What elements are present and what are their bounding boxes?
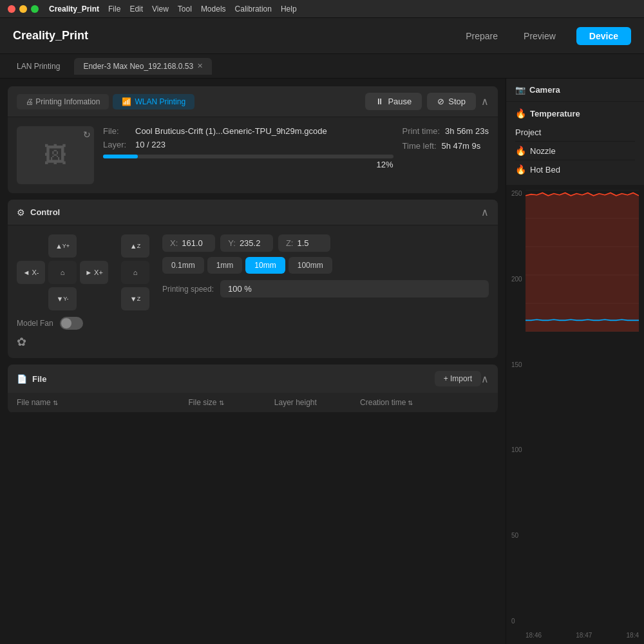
minimize-button[interactable] <box>19 5 27 13</box>
menu-help[interactable]: Help <box>281 5 297 14</box>
camera-section: 📷 Camera <box>506 79 644 102</box>
collapse-control-button[interactable]: ∧ <box>481 206 489 218</box>
import-button[interactable]: + Import <box>435 371 481 386</box>
app-header: Creality_Print Prepare Preview Device <box>0 18 644 54</box>
control-body: ▲Y+ ◄ X- ⌂ ► X+ ▼Y- ▲Z ⌂ ▼Z <box>8 225 498 358</box>
y-coord-value: 235.2 <box>240 238 265 248</box>
chart-y-labels: 250 200 150 100 50 0 <box>511 190 522 625</box>
y-label-250: 250 <box>511 190 522 197</box>
step-100mm-button[interactable]: 100mm <box>289 257 332 274</box>
tab-lan-printing[interactable]: LAN Printing <box>8 58 69 75</box>
menu-calibration[interactable]: Calibration <box>235 5 272 14</box>
coords-and-steps: X: 161.0 Y: 235.2 Z: 1.5 <box>162 234 489 298</box>
jog-y-minus-button[interactable]: ▼Y- <box>48 287 77 310</box>
tab-close-icon[interactable]: ✕ <box>197 62 203 70</box>
x-coord-label: X: <box>170 238 178 248</box>
jog-z-grid: ▲Z ⌂ ▼Z <box>121 234 149 310</box>
x-coord-value: 161.0 <box>182 238 207 248</box>
step-01mm-button[interactable]: 0.1mm <box>162 257 204 274</box>
temperature-chart: 250 200 150 100 50 0 <box>506 185 644 644</box>
fan-row: Model Fan <box>17 317 489 330</box>
hotbed-flame-icon: 🔥 <box>515 164 526 175</box>
col-layerheight: Layer height <box>274 398 360 407</box>
right-panel: 📷 Camera 🔥 Temperature Project 🔥 Nozzle … <box>506 79 644 644</box>
collapse-printing-info-button[interactable]: ∧ <box>481 95 489 108</box>
fan-toggle[interactable] <box>60 317 83 330</box>
tab-wlan-printing[interactable]: 📶 WLAN Printing <box>113 94 194 109</box>
col-creationtime: Creation time ⇅ <box>360 398 489 407</box>
camera-title: 📷 Camera <box>515 85 635 95</box>
collapse-file-button[interactable]: ∧ <box>481 373 489 385</box>
stop-icon: ⊘ <box>437 97 444 106</box>
pause-icon: ⏸ <box>375 97 384 106</box>
menu-edit[interactable]: Edit <box>129 5 143 14</box>
file-icon: 📄 <box>17 374 27 384</box>
preview-nav-button[interactable]: Preview <box>518 28 561 44</box>
y-coord-display: Y: 235.2 <box>220 234 273 252</box>
printing-info-card: 🖨 Printing Infomation 📶 WLAN Printing ⏸ … <box>8 86 498 193</box>
sort-creation-icon[interactable]: ⇅ <box>408 399 413 406</box>
control-header: ⚙ Control ∧ <box>8 200 498 225</box>
sort-filesize-icon[interactable]: ⇅ <box>219 399 224 406</box>
titlebar: Creality_Print File Edit View Tool Model… <box>0 0 644 18</box>
y-label-200: 200 <box>511 276 522 283</box>
print-controls: ⏸ Pause ⊘ Stop ∧ <box>365 93 489 110</box>
tab-printer[interactable]: Ender-3 Max Neo_192.168.0.53 ✕ <box>74 58 212 75</box>
y-label-150: 150 <box>511 361 522 368</box>
menu-app-name[interactable]: Creality_Print <box>49 5 99 14</box>
jog-y-plus-button[interactable]: ▲Y+ <box>48 234 77 258</box>
menu-file[interactable]: File <box>108 5 120 14</box>
menu-tool[interactable]: Tool <box>178 5 192 14</box>
device-nav-button[interactable]: Device <box>576 27 631 45</box>
jog-home-z-button[interactable]: ⌂ <box>121 261 149 284</box>
y-coord-label: Y: <box>228 238 236 248</box>
tab-bar: LAN Printing Ender-3 Max Neo_192.168.0.5… <box>0 54 644 79</box>
print-time-value: 3h 56m 23s <box>445 126 489 136</box>
file-card: 📄 File + Import ∧ File name ⇅ File size … <box>8 365 498 413</box>
maximize-button[interactable] <box>31 5 39 13</box>
print-info-body: 🖼 ↻ File: Cool Bruticus-Crift (1)...Gene… <box>8 117 498 193</box>
jog-x-minus-button[interactable]: ◄ X- <box>17 261 45 284</box>
file-name: Cool Bruticus-Crift (1)...Generic-TPU_9h… <box>135 126 327 136</box>
close-button[interactable] <box>8 5 15 13</box>
file-header: 📄 File + Import ∧ <box>8 365 498 393</box>
pause-button[interactable]: ⏸ Pause <box>365 93 422 110</box>
progress-percent: 12% <box>103 160 393 169</box>
temperature-title: 🔥 Temperature <box>515 108 635 118</box>
sort-filename-icon[interactable]: ⇅ <box>53 399 58 406</box>
temp-project-item: Project <box>515 124 635 142</box>
speed-row: Printing speed: <box>162 280 489 298</box>
file-section-title: File <box>32 374 435 384</box>
progress-bar-bg <box>103 155 393 158</box>
jog-x-plus-button[interactable]: ► X+ <box>80 261 108 284</box>
print-thumbnail: 🖼 ↻ <box>17 126 94 184</box>
jog-z-plus-button[interactable]: ▲Z <box>121 234 149 258</box>
step-1mm-button[interactable]: 1mm <box>207 257 243 274</box>
tab-printing-info[interactable]: 🖨 Printing Infomation <box>17 94 109 109</box>
control-title: Control <box>30 207 481 217</box>
jog-z-minus-button[interactable]: ▼Z <box>121 287 149 310</box>
chart-svg <box>526 190 639 332</box>
progress-container: 12% <box>103 155 393 169</box>
time-left-row: Time left: 5h 47m 9s <box>402 141 489 151</box>
refresh-button[interactable]: ↻ <box>83 129 91 140</box>
step-10mm-button[interactable]: 10mm <box>245 257 285 274</box>
layer-row: Layer: 10 / 223 <box>103 140 393 149</box>
stop-button[interactable]: ⊘ Stop <box>427 93 476 110</box>
x-coord-display: X: 161.0 <box>162 234 215 252</box>
speed-input[interactable] <box>220 280 489 298</box>
gear-icon: ⚙ <box>17 207 25 218</box>
jog-home-xy-button[interactable]: ⌂ <box>48 261 77 284</box>
nozzle-flame-icon: 🔥 <box>515 146 526 156</box>
printing-tabs: 🖨 Printing Infomation 📶 WLAN Printing <box>17 94 194 109</box>
x-label-1846: 18:46 <box>526 632 542 639</box>
menu-models[interactable]: Models <box>201 5 226 14</box>
flame-icon: 🔥 <box>515 108 526 118</box>
z-coord-label: Z: <box>286 238 294 248</box>
x-label-1847: 18:47 <box>576 632 592 639</box>
chart-x-labels: 18:46 18:47 18:4 <box>526 632 639 639</box>
file-label: File: <box>103 126 135 136</box>
menu-view[interactable]: View <box>152 5 169 14</box>
prepare-nav-button[interactable]: Prepare <box>460 28 503 44</box>
temperature-section: 🔥 Temperature Project 🔥 Nozzle 🔥 Hot Bed <box>506 102 644 185</box>
